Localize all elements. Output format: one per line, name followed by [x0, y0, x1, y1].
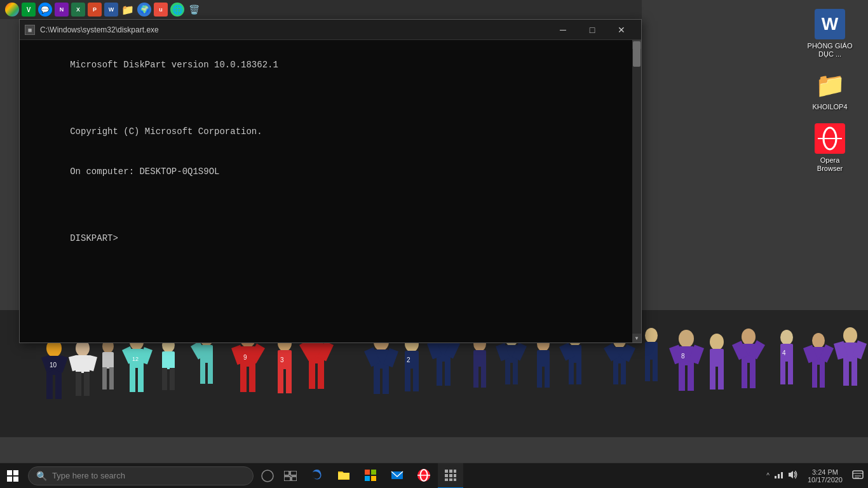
task-view-button[interactable] [279, 464, 302, 487]
notification-center-button[interactable] [848, 463, 868, 489]
recycle-icon[interactable]: 🗑️ [187, 3, 201, 17]
desktop-icon-folder[interactable]: 📁 KHOILOP4 [804, 67, 855, 114]
svg-text:4: 4 [782, 349, 786, 356]
uipath-icon[interactable]: u [154, 3, 168, 17]
onenote-icon[interactable]: N [55, 3, 69, 17]
svg-rect-162 [778, 474, 780, 478]
svg-marker-164 [789, 471, 793, 478]
svg-rect-131 [653, 358, 658, 381]
svg-rect-101 [208, 362, 213, 384]
svg-text:10: 10 [50, 362, 57, 369]
word-document-icon: W [815, 9, 845, 39]
network-icon[interactable] [773, 470, 783, 482]
cmd-scrollbar-thumb[interactable] [633, 41, 641, 67]
chrome-icon[interactable] [5, 3, 19, 17]
svg-rect-138 [13, 477, 18, 482]
svg-rect-79 [780, 360, 785, 384]
desktop-icon-word[interactable]: W PHÒNG GIÁO DỤC ... [804, 6, 855, 61]
taskbar-office[interactable] [438, 463, 463, 489]
svg-rect-34 [278, 368, 283, 393]
cortana-button[interactable] [256, 464, 279, 487]
search-input[interactable] [52, 471, 245, 480]
clock-time: 3:24 PM [812, 468, 838, 476]
svg-rect-23 [162, 368, 167, 390]
svg-rect-106 [481, 365, 486, 388]
svg-rect-145 [371, 470, 376, 475]
taskbar-clock[interactable]: 3:24 PM 10/17/2020 [803, 463, 848, 489]
svg-rect-137 [7, 477, 12, 482]
desktop-icon-opera[interactable]: Opera Browser [804, 121, 855, 175]
svg-rect-11 [84, 372, 90, 396]
svg-text:3: 3 [280, 356, 284, 363]
svg-rect-10 [76, 372, 81, 396]
svg-rect-124 [613, 362, 618, 384]
svg-rect-157 [454, 474, 456, 477]
systray-expand-chevron[interactable]: ^ [766, 472, 770, 479]
svg-rect-140 [284, 471, 289, 475]
cmd-scrollbar-down[interactable]: ▼ [632, 334, 641, 342]
svg-rect-143 [292, 477, 297, 481]
cmd-line-4: On computer: DESKTOP-0Q1S9OL [70, 166, 219, 177]
svg-point-82 [812, 333, 825, 348]
svg-rect-17 [138, 367, 144, 392]
start-button[interactable] [0, 463, 25, 489]
svg-rect-146 [365, 476, 370, 481]
svg-rect-154 [454, 470, 456, 473]
browser-icon[interactable]: 🌍 [137, 3, 151, 17]
taskbar-edge[interactable] [304, 463, 330, 489]
cmd-close-button[interactable]: ✕ [607, 20, 636, 40]
svg-rect-39 [309, 362, 315, 389]
svg-rect-35 [286, 368, 292, 393]
svg-rect-57 [445, 360, 451, 386]
word-quicklaunch-icon[interactable]: W [104, 3, 118, 17]
cmd-line-3: Copyright (C) Microsoft Corporation. [70, 126, 262, 137]
svg-rect-4 [55, 374, 62, 399]
folder-icon: 📁 [815, 70, 845, 100]
svg-rect-120 [576, 362, 581, 384]
taskbar-mail[interactable] [384, 463, 410, 489]
svg-rect-119 [569, 362, 574, 384]
svg-rect-152 [445, 470, 448, 473]
desktop-icon-folder-label: KHOILOP4 [812, 103, 847, 111]
svg-rect-22 [162, 351, 175, 369]
svg-point-128 [645, 328, 658, 343]
svg-rect-158 [445, 478, 448, 481]
taskbar-file-explorer[interactable] [331, 463, 356, 489]
svg-rect-115 [537, 365, 542, 388]
messenger-icon[interactable]: 💬 [38, 3, 52, 17]
svg-text:8: 8 [681, 353, 685, 360]
svg-rect-84 [812, 363, 817, 388]
cmd-content-area[interactable]: Microsoft DiskPart version 10.0.18362.1 … [20, 40, 632, 342]
taskbar-opera[interactable] [411, 463, 437, 489]
system-tray: ^ [761, 463, 803, 489]
cmd-maximize-button[interactable]: □ [578, 20, 607, 40]
cmd-scrollbar[interactable]: ▲ ▼ [632, 40, 641, 342]
svg-rect-141 [290, 471, 297, 475]
desktop: 10 12 [0, 0, 868, 463]
cmd-minimize-button[interactable]: ─ [548, 20, 578, 40]
svg-rect-28 [249, 365, 255, 392]
svg-point-60 [679, 330, 694, 348]
svg-point-67 [710, 334, 724, 350]
taskbar: 🔍 [0, 463, 868, 488]
powerpoint-icon[interactable]: P [88, 3, 102, 17]
top-quick-launch: V 💬 N X P W 📁 🌍 u [0, 0, 642, 19]
svg-rect-56 [437, 360, 442, 386]
svg-rect-68 [710, 349, 724, 367]
vim-icon[interactable]: V [22, 3, 36, 17]
files-quicklaunch-icon[interactable]: 📁 [121, 3, 135, 17]
svg-rect-27 [240, 365, 247, 392]
globe-icon[interactable]: 🌐 [170, 3, 184, 17]
svg-rect-110 [513, 362, 518, 384]
taskbar-search-box[interactable]: 🔍 [28, 466, 254, 485]
sound-icon[interactable] [787, 470, 797, 482]
excel-icon[interactable]: X [71, 3, 85, 17]
svg-text:2: 2 [407, 356, 410, 363]
svg-rect-73 [742, 362, 747, 388]
svg-rect-109 [505, 362, 510, 384]
desktop-icon-opera-label: Opera Browser [807, 156, 853, 173]
svg-rect-51 [405, 367, 410, 391]
svg-rect-85 [820, 363, 825, 388]
taskbar-store[interactable] [358, 463, 383, 489]
svg-rect-160 [454, 478, 456, 481]
